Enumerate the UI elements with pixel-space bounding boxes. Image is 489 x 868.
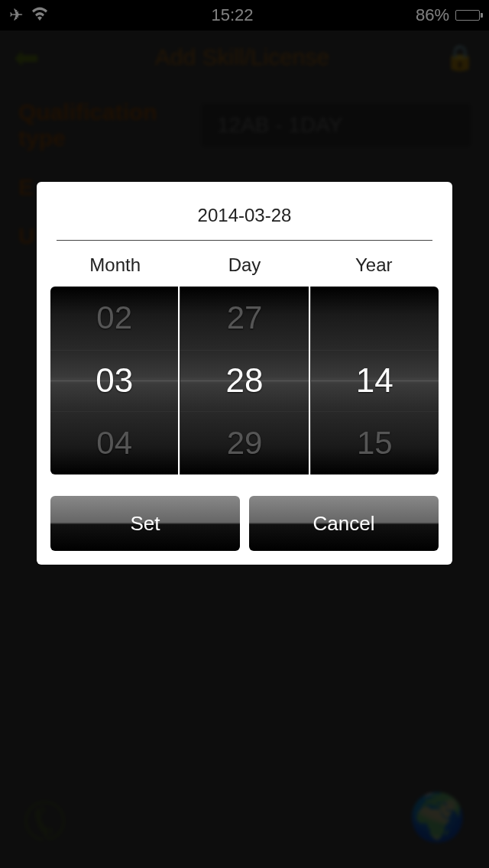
day-wheel[interactable]: 27 28 29 (180, 287, 308, 474)
month-prev: 02 (96, 287, 132, 349)
picker-wheels: 02 03 04 27 28 29 14 15 (50, 287, 439, 474)
set-button[interactable]: Set (50, 496, 240, 551)
year-wheel[interactable]: 14 15 (310, 287, 439, 474)
month-next: 04 (96, 412, 132, 474)
month-wheel[interactable]: 02 03 04 (50, 287, 178, 474)
month-label: Month (50, 254, 180, 276)
day-label: Day (180, 254, 309, 276)
cancel-button[interactable]: Cancel (249, 496, 439, 551)
year-label: Year (309, 254, 439, 276)
year-current: 14 (356, 349, 393, 412)
picker-column-labels: Month Day Year (50, 254, 439, 276)
day-current: 28 (226, 349, 264, 412)
month-current: 03 (96, 349, 133, 412)
day-next: 29 (227, 412, 263, 474)
date-picker-modal: 2014-03-28 Month Day Year 02 03 04 27 28… (37, 182, 452, 565)
selected-date-label: 2014-03-28 (57, 196, 432, 241)
day-prev: 27 (227, 287, 263, 349)
year-next: 15 (357, 412, 393, 474)
